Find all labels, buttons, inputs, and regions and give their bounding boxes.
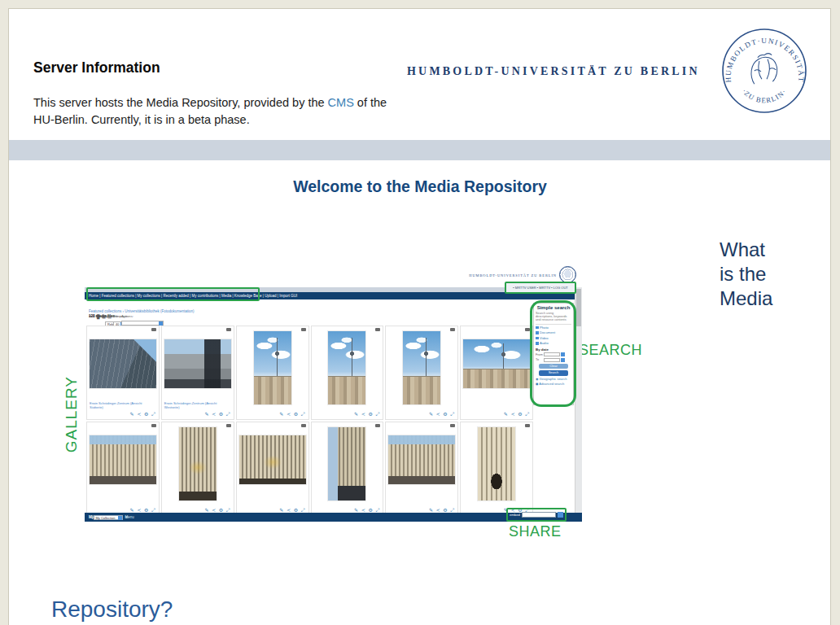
photo-thumbnail xyxy=(179,427,217,500)
gallery-card: ✎ ≺ ⚙ ⤢ xyxy=(311,422,384,516)
search-highlight-box xyxy=(530,300,576,407)
embed-label: embed xyxy=(510,513,520,517)
question-line: Media xyxy=(720,286,772,311)
camera-icon xyxy=(450,424,455,427)
card-action-icons: ✎ ≺ ⚙ ⤢ xyxy=(429,411,455,417)
annotation-share: SHARE xyxy=(509,523,562,540)
camera-icon xyxy=(375,424,380,427)
question-line: What xyxy=(720,238,772,262)
header-divider-bar xyxy=(9,140,830,160)
hu-seal-logo: HUMBOLDT·UNIVERSITÄT ·ZU BERLIN· xyxy=(721,28,807,114)
mini-hu-seal-icon xyxy=(559,266,576,283)
mini-admin-links: ▪ MRTTV USER ▪ MRTTV ▪ LOG OUT xyxy=(505,282,576,294)
gallery-card: Erwin Schrödinger-Zentrum (Ansicht Wests… xyxy=(161,326,234,420)
photo-thumbnail xyxy=(239,435,306,484)
photo-thumbnail xyxy=(90,435,156,484)
photo-caption: Erwin Schrödinger-Zentrum (Ansicht Wests… xyxy=(164,401,231,409)
card-action-icons: ✎ ≺ ⚙ ⤢ xyxy=(279,411,305,417)
gallery-card: ✎ ≺ ⚙ ⤢ xyxy=(385,422,458,516)
seal-arc-top-text: HUMBOLDT·UNIVERSITÄT xyxy=(724,37,806,83)
gallery-card: ✎ ≺ ⚙ ⤢ xyxy=(161,422,234,516)
camera-icon xyxy=(525,424,530,427)
collection-dropdown: My Collection xyxy=(94,515,123,520)
photo-caption: Erwin Schrödinger-Zentrum (Ansicht Südse… xyxy=(90,401,156,409)
gallery-card: ✎ ≺ ⚙ ⤢ xyxy=(311,326,384,420)
embed-url-input xyxy=(522,512,556,518)
camera-icon xyxy=(301,328,306,331)
camera-icon xyxy=(375,328,380,331)
svg-text:·ZU BERLIN·: ·ZU BERLIN· xyxy=(741,87,789,104)
seal-portrait-sketch xyxy=(751,54,777,85)
camera-icon xyxy=(301,424,306,427)
repository-screenshot-image: HUMBOLDT-UNIVERSITÄT ZU BERLIN Home | Fe… xyxy=(85,264,582,522)
photo-thumbnail xyxy=(254,331,291,404)
share-highlight-box: embed xyxy=(506,508,567,522)
hu-seal-svg: HUMBOLDT·UNIVERSITÄT ·ZU BERLIN· xyxy=(721,28,807,114)
photo-thumbnail xyxy=(463,339,530,388)
cms-link[interactable]: CMS xyxy=(328,96,354,109)
menu-label: Menu xyxy=(125,513,134,522)
camera-icon xyxy=(151,328,156,331)
photo-thumbnail xyxy=(388,435,455,484)
question-line: is the xyxy=(720,262,772,286)
annotation-gallery: GALLERY xyxy=(63,376,81,452)
photo-thumbnail xyxy=(328,331,365,404)
server-info-text-before: This server hosts the Media Repository, … xyxy=(33,96,328,109)
photo-thumbnail xyxy=(164,339,231,388)
camera-icon xyxy=(450,328,455,331)
camera-icon xyxy=(151,424,156,427)
card-action-icons: ✎ ≺ ⚙ ⤢ xyxy=(130,411,156,417)
question-text: What is the Media xyxy=(720,238,772,311)
server-info-text: This server hosts the Media Repository, … xyxy=(33,94,406,129)
seal-arc-bottom-text: ·ZU BERLIN· xyxy=(741,87,789,104)
photo-thumbnail xyxy=(403,331,440,404)
photo-thumbnail xyxy=(90,339,156,388)
gallery-card: ✎ ≺ ⚙ ⤢ xyxy=(460,326,533,420)
welcome-title: Welcome to the Media Repository xyxy=(0,177,840,196)
server-info-title: Server Information xyxy=(33,59,160,76)
page: Server Information This server hosts the… xyxy=(0,0,840,625)
card-action-icons: ✎ ≺ ⚙ ⤢ xyxy=(504,411,530,417)
university-wordmark: HUMBOLDT-UNIVERSITÄT ZU BERLIN xyxy=(407,65,700,78)
gallery-card: ✎ ≺ ⚙ ⤢ xyxy=(460,422,533,516)
mini-breadcrumb: Featured collections › Universitätsbibli… xyxy=(89,309,195,313)
photo-thumbnail xyxy=(478,427,515,500)
card-action-icons: ✎ ≺ ⚙ ⤢ xyxy=(204,411,230,417)
embed-copy-button xyxy=(558,512,563,518)
question-line-repository: Repository? xyxy=(51,597,173,623)
gallery-card: ✎ ≺ ⚙ ⤢ xyxy=(86,422,160,516)
gallery-card: ✎ ≺ ⚙ ⤢ xyxy=(236,326,309,420)
mini-toolbar: Has found: 128 media files Display: ▉ ▦ … xyxy=(89,314,463,325)
gallery-card: ✎ ≺ ⚙ ⤢ xyxy=(385,326,458,420)
camera-icon xyxy=(226,328,231,331)
svg-text:HUMBOLDT·UNIVERSITÄT: HUMBOLDT·UNIVERSITÄT xyxy=(724,37,806,83)
gallery-card: ✎ ≺ ⚙ ⤢ xyxy=(236,422,309,516)
menu-bar-highlight-box xyxy=(86,287,260,301)
mini-university-wordmark: HUMBOLDT-UNIVERSITÄT ZU BERLIN xyxy=(469,273,557,278)
card-action-icons: ✎ ≺ ⚙ ⤢ xyxy=(354,411,380,417)
camera-icon xyxy=(226,424,231,427)
gallery-card: Erwin Schrödinger-Zentrum (Ansicht Südse… xyxy=(86,326,160,420)
photo-thumbnail xyxy=(328,427,365,500)
gallery-grid: Erwin Schrödinger-Zentrum (Ansicht Südse… xyxy=(86,326,533,516)
annotation-search: SEARCH xyxy=(579,342,642,359)
